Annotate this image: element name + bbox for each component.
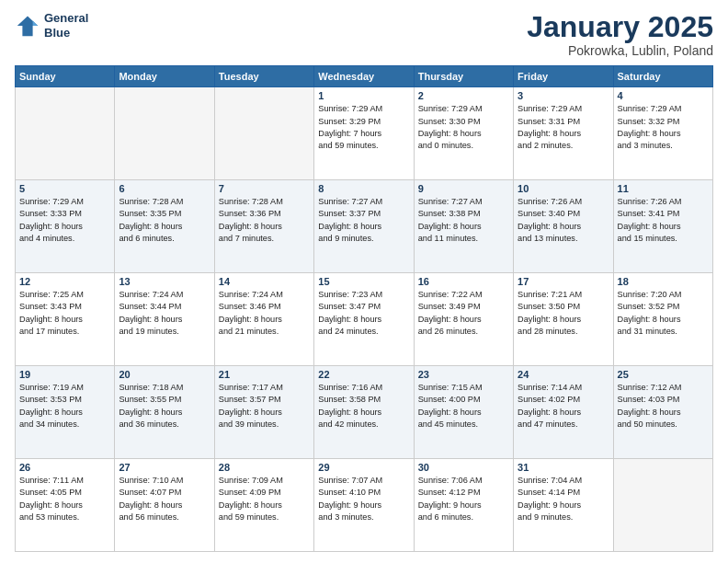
day-info: Sunrise: 7:29 AMSunset: 3:30 PMDaylight:… xyxy=(418,103,509,152)
day-number: 29 xyxy=(318,462,409,473)
day-number: 16 xyxy=(418,276,509,287)
calendar-cell: 20Sunrise: 7:18 AMSunset: 3:55 PMDayligh… xyxy=(115,366,214,459)
day-number: 20 xyxy=(119,369,210,380)
day-number: 5 xyxy=(19,183,110,194)
day-number: 26 xyxy=(19,462,110,473)
calendar-header-row: SundayMondayTuesdayWednesdayThursdayFrid… xyxy=(16,66,713,87)
day-info: Sunrise: 7:07 AMSunset: 4:10 PMDaylight:… xyxy=(318,475,409,523)
day-of-week-header: Saturday xyxy=(613,66,712,87)
day-info: Sunrise: 7:15 AMSunset: 4:00 PMDaylight:… xyxy=(418,382,509,431)
calendar-cell: 6Sunrise: 7:28 AMSunset: 3:35 PMDaylight… xyxy=(115,180,214,273)
day-of-week-header: Monday xyxy=(115,66,214,87)
day-info: Sunrise: 7:29 AMSunset: 3:32 PMDaylight:… xyxy=(618,103,709,152)
day-number: 19 xyxy=(19,369,110,380)
logo: General Blue xyxy=(15,11,88,40)
day-number: 28 xyxy=(219,462,310,473)
day-number: 31 xyxy=(518,462,609,473)
calendar-cell: 12Sunrise: 7:25 AMSunset: 3:43 PMDayligh… xyxy=(16,273,115,366)
calendar-page: General Blue January 2025 Pokrowka, Lubl… xyxy=(0,0,728,563)
day-info: Sunrise: 7:04 AMSunset: 4:14 PMDaylight:… xyxy=(518,475,609,523)
calendar-cell: 1Sunrise: 7:29 AMSunset: 3:29 PMDaylight… xyxy=(314,87,414,180)
calendar-cell: 25Sunrise: 7:12 AMSunset: 4:03 PMDayligh… xyxy=(613,366,712,459)
day-number: 18 xyxy=(618,276,709,287)
day-info: Sunrise: 7:22 AMSunset: 3:49 PMDaylight:… xyxy=(418,289,509,338)
day-number: 22 xyxy=(318,369,409,380)
day-number: 4 xyxy=(618,90,709,101)
calendar-week-row: 26Sunrise: 7:11 AMSunset: 4:05 PMDayligh… xyxy=(16,459,713,552)
calendar-cell: 24Sunrise: 7:14 AMSunset: 4:02 PMDayligh… xyxy=(514,366,613,459)
calendar-cell: 14Sunrise: 7:24 AMSunset: 3:46 PMDayligh… xyxy=(214,273,313,366)
day-info: Sunrise: 7:25 AMSunset: 3:43 PMDaylight:… xyxy=(19,289,110,338)
location-subtitle: Pokrowka, Lublin, Poland xyxy=(527,43,713,58)
calendar-cell: 5Sunrise: 7:29 AMSunset: 3:33 PMDaylight… xyxy=(16,180,115,273)
day-info: Sunrise: 7:18 AMSunset: 3:55 PMDaylight:… xyxy=(119,382,210,431)
svg-marker-0 xyxy=(17,16,38,36)
calendar-cell: 22Sunrise: 7:16 AMSunset: 3:58 PMDayligh… xyxy=(314,366,414,459)
logo-text: General Blue xyxy=(44,11,88,40)
day-number: 10 xyxy=(518,183,609,194)
day-number: 6 xyxy=(119,183,210,194)
calendar-cell: 17Sunrise: 7:21 AMSunset: 3:50 PMDayligh… xyxy=(514,273,613,366)
day-number: 13 xyxy=(119,276,210,287)
calendar-cell: 7Sunrise: 7:28 AMSunset: 3:36 PMDaylight… xyxy=(214,180,313,273)
day-number: 12 xyxy=(19,276,110,287)
day-number: 14 xyxy=(219,276,310,287)
day-info: Sunrise: 7:27 AMSunset: 3:38 PMDaylight:… xyxy=(418,196,509,245)
day-number: 9 xyxy=(418,183,509,194)
calendar-cell: 21Sunrise: 7:17 AMSunset: 3:57 PMDayligh… xyxy=(214,366,313,459)
day-info: Sunrise: 7:29 AMSunset: 3:33 PMDaylight:… xyxy=(19,196,110,245)
calendar-cell: 11Sunrise: 7:26 AMSunset: 3:41 PMDayligh… xyxy=(613,180,712,273)
calendar-cell: 3Sunrise: 7:29 AMSunset: 3:31 PMDaylight… xyxy=(514,87,613,180)
day-info: Sunrise: 7:11 AMSunset: 4:05 PMDaylight:… xyxy=(19,475,110,523)
day-info: Sunrise: 7:10 AMSunset: 4:07 PMDaylight:… xyxy=(119,475,210,523)
calendar-cell: 2Sunrise: 7:29 AMSunset: 3:30 PMDaylight… xyxy=(414,87,513,180)
day-info: Sunrise: 7:16 AMSunset: 3:58 PMDaylight:… xyxy=(318,382,409,431)
calendar-cell: 29Sunrise: 7:07 AMSunset: 4:10 PMDayligh… xyxy=(314,459,414,552)
calendar-table: SundayMondayTuesdayWednesdayThursdayFrid… xyxy=(15,65,713,552)
calendar-cell: 23Sunrise: 7:15 AMSunset: 4:00 PMDayligh… xyxy=(414,366,513,459)
day-info: Sunrise: 7:09 AMSunset: 4:09 PMDaylight:… xyxy=(219,475,310,523)
day-info: Sunrise: 7:14 AMSunset: 4:02 PMDaylight:… xyxy=(518,382,609,431)
day-number: 1 xyxy=(318,90,409,101)
calendar-week-row: 19Sunrise: 7:19 AMSunset: 3:53 PMDayligh… xyxy=(16,366,713,459)
calendar-cell: 28Sunrise: 7:09 AMSunset: 4:09 PMDayligh… xyxy=(214,459,313,552)
day-number: 21 xyxy=(219,369,310,380)
calendar-cell: 10Sunrise: 7:26 AMSunset: 3:40 PMDayligh… xyxy=(514,180,613,273)
calendar-cell: 13Sunrise: 7:24 AMSunset: 3:44 PMDayligh… xyxy=(115,273,214,366)
svg-marker-1 xyxy=(33,20,39,26)
day-info: Sunrise: 7:28 AMSunset: 3:35 PMDaylight:… xyxy=(119,196,210,245)
day-number: 2 xyxy=(418,90,509,101)
day-info: Sunrise: 7:24 AMSunset: 3:44 PMDaylight:… xyxy=(119,289,210,338)
day-number: 8 xyxy=(318,183,409,194)
day-of-week-header: Thursday xyxy=(414,66,513,87)
day-info: Sunrise: 7:19 AMSunset: 3:53 PMDaylight:… xyxy=(19,382,110,431)
day-number: 24 xyxy=(518,369,609,380)
day-of-week-header: Tuesday xyxy=(214,66,313,87)
day-info: Sunrise: 7:20 AMSunset: 3:52 PMDaylight:… xyxy=(618,289,709,338)
title-block: January 2025 Pokrowka, Lublin, Poland xyxy=(527,11,713,58)
month-title: January 2025 xyxy=(527,11,713,43)
day-number: 3 xyxy=(518,90,609,101)
day-of-week-header: Friday xyxy=(514,66,613,87)
day-info: Sunrise: 7:23 AMSunset: 3:47 PMDaylight:… xyxy=(318,289,409,338)
day-info: Sunrise: 7:12 AMSunset: 4:03 PMDaylight:… xyxy=(618,382,709,431)
logo-icon xyxy=(15,13,40,39)
calendar-cell xyxy=(613,459,712,552)
day-info: Sunrise: 7:29 AMSunset: 3:29 PMDaylight:… xyxy=(318,103,409,152)
calendar-cell xyxy=(115,87,214,180)
day-of-week-header: Wednesday xyxy=(314,66,414,87)
day-info: Sunrise: 7:28 AMSunset: 3:36 PMDaylight:… xyxy=(219,196,310,245)
calendar-cell: 26Sunrise: 7:11 AMSunset: 4:05 PMDayligh… xyxy=(16,459,115,552)
day-info: Sunrise: 7:26 AMSunset: 3:41 PMDaylight:… xyxy=(618,196,709,245)
day-number: 15 xyxy=(318,276,409,287)
day-info: Sunrise: 7:24 AMSunset: 3:46 PMDaylight:… xyxy=(219,289,310,338)
calendar-cell: 9Sunrise: 7:27 AMSunset: 3:38 PMDaylight… xyxy=(414,180,513,273)
calendar-cell: 4Sunrise: 7:29 AMSunset: 3:32 PMDaylight… xyxy=(613,87,712,180)
day-info: Sunrise: 7:17 AMSunset: 3:57 PMDaylight:… xyxy=(219,382,310,431)
day-number: 27 xyxy=(119,462,210,473)
calendar-cell: 30Sunrise: 7:06 AMSunset: 4:12 PMDayligh… xyxy=(414,459,513,552)
day-of-week-header: Sunday xyxy=(16,66,115,87)
day-info: Sunrise: 7:21 AMSunset: 3:50 PMDaylight:… xyxy=(518,289,609,338)
day-info: Sunrise: 7:06 AMSunset: 4:12 PMDaylight:… xyxy=(418,475,509,523)
calendar-cell: 27Sunrise: 7:10 AMSunset: 4:07 PMDayligh… xyxy=(115,459,214,552)
